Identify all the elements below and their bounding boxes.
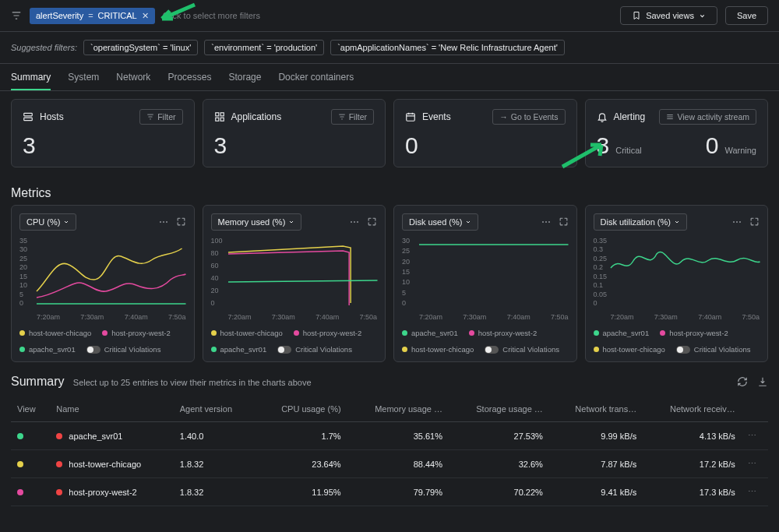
suggested-chip[interactable]: `apmApplicationNames` = 'New Relic Infra…	[330, 40, 565, 55]
critical-violations-toggle[interactable]: Critical Violations	[86, 345, 161, 354]
saved-views-button[interactable]: Saved views	[620, 6, 717, 25]
view-dot	[17, 461, 23, 467]
table-header[interactable]: Memory usage …	[347, 396, 449, 422]
table-header[interactable]: Network trans…	[549, 396, 643, 422]
filter-icon	[11, 10, 22, 21]
storage-usage: 32.6%	[449, 450, 549, 478]
svg-rect-3	[220, 113, 224, 116]
table-row[interactable]: host-proxy-west-2 1.8.32 11.95% 79.79% 7…	[11, 478, 768, 506]
summary-subtitle: Select up to 25 entries to view their me…	[73, 378, 312, 387]
memory-usage: 88.44%	[347, 450, 449, 478]
agent-version: 1.40.0	[174, 422, 256, 450]
tab-network[interactable]: Network	[116, 72, 150, 90]
events-title: Events	[405, 111, 451, 122]
bookmark-icon	[632, 11, 641, 20]
critical-violations-toggle[interactable]: Critical Violations	[676, 345, 751, 354]
apps-title: Applications	[214, 111, 282, 122]
svg-rect-4	[215, 118, 218, 121]
cpu-usage: 11.95%	[256, 478, 347, 506]
chevron-down-icon	[699, 12, 706, 19]
storage-usage: 70.22%	[449, 478, 549, 506]
table-row[interactable]: apache_svr01 1.40.0 1.7% 35.61% 27.53% 9…	[11, 422, 768, 450]
legend-item: host-tower-chicago	[402, 345, 474, 354]
expand-icon[interactable]	[367, 217, 377, 227]
stream-icon	[666, 113, 674, 121]
legend-item: host-proxy-west-2	[294, 329, 362, 337]
tab-processes[interactable]: Processes	[167, 72, 211, 90]
suggested-label: Suggested filters:	[11, 43, 77, 52]
expand-icon[interactable]	[559, 217, 569, 227]
table-header[interactable]: Name	[50, 396, 173, 422]
network-tx: 7.87 kB/s	[549, 450, 643, 478]
download-icon[interactable]	[757, 376, 768, 387]
memory-usage: 35.61%	[347, 422, 449, 450]
critical-label: Critical	[615, 146, 642, 155]
filter-icon	[146, 113, 154, 121]
save-button[interactable]: Save	[725, 6, 768, 25]
hosts-title: Hosts	[23, 111, 64, 122]
chevron-down-icon	[63, 219, 69, 225]
table-header[interactable]: Network receiv…	[643, 396, 742, 422]
suggested-filters-row: Suggested filters: `operatingSystem` = '…	[0, 32, 779, 64]
table-header[interactable]: View	[11, 396, 50, 422]
more-icon[interactable]: ⋯	[350, 217, 359, 227]
expand-icon[interactable]	[749, 217, 760, 227]
tabs: Summary System Network Processes Storage…	[0, 64, 779, 91]
apps-count: 3	[214, 134, 375, 157]
svg-rect-2	[215, 113, 218, 116]
row-more-icon[interactable]: ⋯	[742, 450, 768, 478]
svg-rect-0	[24, 113, 33, 116]
events-count: 0	[405, 134, 566, 157]
row-more-icon[interactable]: ⋯	[742, 478, 768, 506]
metric-card: Memory used (%) ⋯ 100806040200 7:20am7:3…	[203, 205, 386, 362]
more-icon[interactable]: ⋯	[541, 217, 551, 227]
metric-selector[interactable]: Memory used (%)	[211, 213, 302, 231]
cpu-usage: 1.7%	[256, 422, 347, 450]
metric-selector[interactable]: Disk used (%)	[402, 213, 478, 231]
filter-bar: alertSeverity = CRITICAL ✕ Click to sele…	[0, 0, 779, 32]
table-header[interactable]: CPU usage (%)	[256, 396, 347, 422]
tab-summary[interactable]: Summary	[11, 72, 51, 90]
row-more-icon[interactable]: ⋯	[742, 422, 768, 450]
filter-op: =	[88, 11, 93, 20]
table-header[interactable]	[742, 396, 768, 422]
legend: host-tower-chicagohost-proxy-west-2apach…	[211, 329, 378, 354]
critical-violations-toggle[interactable]: Critical Violations	[485, 345, 559, 354]
svg-rect-6	[407, 114, 415, 121]
legend: apache_svr01host-proxy-west-2host-tower-…	[594, 329, 760, 354]
cpu-usage: 23.64%	[256, 450, 347, 478]
legend-item: apache_svr01	[402, 329, 458, 337]
metric-selector[interactable]: CPU (%)	[19, 213, 76, 231]
chart: 302520151050 7:20am7:30am7:40am7:50a	[402, 237, 569, 322]
chevron-down-icon	[674, 219, 680, 225]
expand-icon[interactable]	[176, 217, 186, 227]
suggested-chip[interactable]: `operatingSystem` = 'linux'	[83, 40, 198, 55]
filter-placeholder[interactable]: Click to select more filters	[163, 11, 612, 20]
tab-storage[interactable]: Storage	[228, 72, 261, 90]
critical-count: 3	[597, 134, 610, 157]
metric-selector[interactable]: Disk utilization (%)	[594, 213, 687, 231]
legend-item: host-proxy-west-2	[660, 329, 728, 337]
suggested-chip[interactable]: `environment` = 'production'	[204, 40, 324, 55]
go-to-events-button[interactable]: → Go to Events	[492, 109, 565, 125]
hosts-filter-button[interactable]: Filter	[139, 109, 182, 125]
table-row[interactable]: host-tower-chicago 1.8.32 23.64% 88.44% …	[11, 450, 768, 478]
more-icon[interactable]: ⋯	[159, 217, 168, 227]
apps-filter-button[interactable]: Filter	[331, 109, 374, 125]
bell-icon	[597, 111, 608, 122]
chevron-down-icon	[465, 219, 471, 225]
critical-violations-toggle[interactable]: Critical Violations	[277, 345, 352, 354]
legend-item: host-tower-chicago	[19, 329, 91, 337]
more-icon[interactable]: ⋯	[732, 217, 742, 227]
table-header[interactable]: Agent version	[174, 396, 256, 422]
table-header[interactable]: Storage usage …	[449, 396, 549, 422]
refresh-icon[interactable]	[737, 376, 748, 387]
active-filter-chip[interactable]: alertSeverity = CRITICAL ✕	[30, 8, 155, 24]
tab-system[interactable]: System	[68, 72, 99, 90]
tab-docker[interactable]: Docker containers	[278, 72, 354, 90]
legend-item: host-tower-chicago	[594, 345, 665, 354]
events-card: Events → Go to Events 0	[393, 99, 577, 167]
network-rx: 4.13 kB/s	[643, 422, 742, 450]
view-activity-button[interactable]: View activity stream	[659, 109, 756, 125]
remove-filter-icon[interactable]: ✕	[142, 11, 149, 21]
